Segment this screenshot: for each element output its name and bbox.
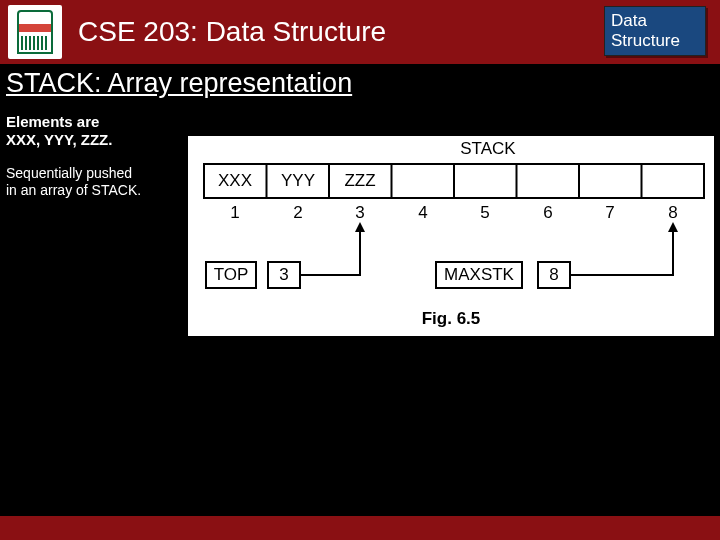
index-4: 5 <box>480 203 489 222</box>
figure-caption: Fig. 6.5 <box>422 309 481 328</box>
header-bar: CSE 203: Data Structure Data Structure <box>0 0 720 64</box>
svg-marker-10 <box>355 222 365 232</box>
svg-marker-13 <box>668 222 678 232</box>
index-1: 2 <box>293 203 302 222</box>
index-3: 4 <box>418 203 427 222</box>
section-title: STACK: Array representation <box>6 68 720 99</box>
badge-line2: Structure <box>611 31 705 51</box>
diagram-title: STACK <box>460 139 516 158</box>
institution-logo <box>8 5 62 59</box>
index-0: 1 <box>230 203 239 222</box>
maxstk-label: MAXSTK <box>444 265 515 284</box>
index-5: 6 <box>543 203 552 222</box>
array-cells <box>267 164 642 198</box>
topic-badge: Data Structure <box>604 6 706 56</box>
course-title: CSE 203: Data Structure <box>78 16 386 48</box>
top-value: 3 <box>279 265 288 284</box>
cell-1: YYY <box>281 171 315 190</box>
cell-0: XXX <box>218 171 252 190</box>
top-label: TOP <box>214 265 249 284</box>
index-6: 7 <box>605 203 614 222</box>
stack-diagram: STACK XXX YYY ZZZ 1 2 3 4 5 6 7 8 TOP 3 <box>188 136 714 336</box>
cell-2: ZZZ <box>344 171 375 190</box>
index-2: 3 <box>355 203 364 222</box>
index-7: 8 <box>668 203 677 222</box>
elements-line1: Elements are <box>6 113 720 131</box>
maxstk-value: 8 <box>549 265 558 284</box>
footer-bar <box>0 516 720 540</box>
badge-line1: Data <box>611 11 705 31</box>
